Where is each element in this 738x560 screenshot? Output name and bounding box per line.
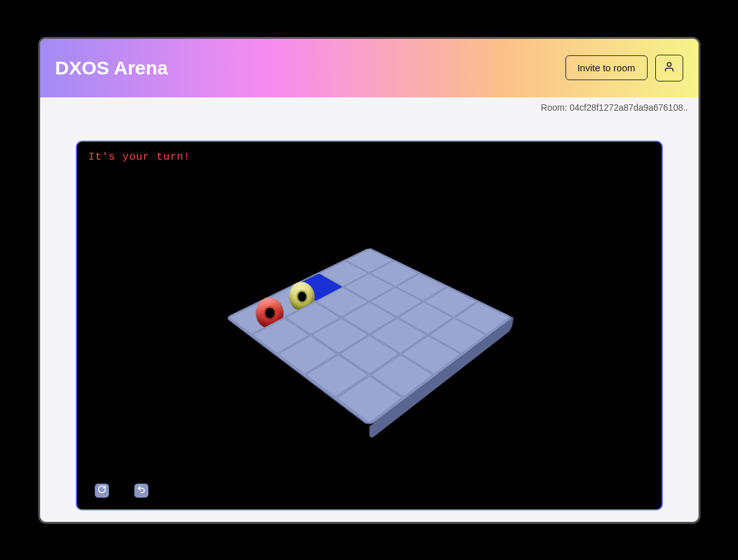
game-board[interactable] [225,248,513,426]
app-window: DXOS Arena Invite to room Room: 04cf28f1… [38,37,700,524]
game-controls [95,484,148,498]
user-icon [663,61,675,74]
game-area: It's your turn! [40,113,699,522]
game-scene [267,216,471,419]
svg-point-0 [667,62,671,66]
rotate-icon [97,485,106,496]
room-prefix: Room: [541,102,569,113]
room-id: 04cf28f1272a87da9a676108.. [569,102,688,113]
board-surface [225,248,513,426]
rotate-button[interactable] [95,484,109,498]
undo-button[interactable] [134,484,148,498]
app-header: DXOS Arena Invite to room [40,39,699,97]
turn-status: It's your turn! [89,151,191,163]
game-canvas[interactable]: It's your turn! [76,141,663,510]
app-title: DXOS Arena [55,57,558,79]
user-button[interactable] [655,55,683,81]
undo-icon [137,485,146,496]
room-id-bar: Room: 04cf28f1272a87da9a676108.. [40,97,699,113]
invite-button[interactable]: Invite to room [565,55,648,80]
